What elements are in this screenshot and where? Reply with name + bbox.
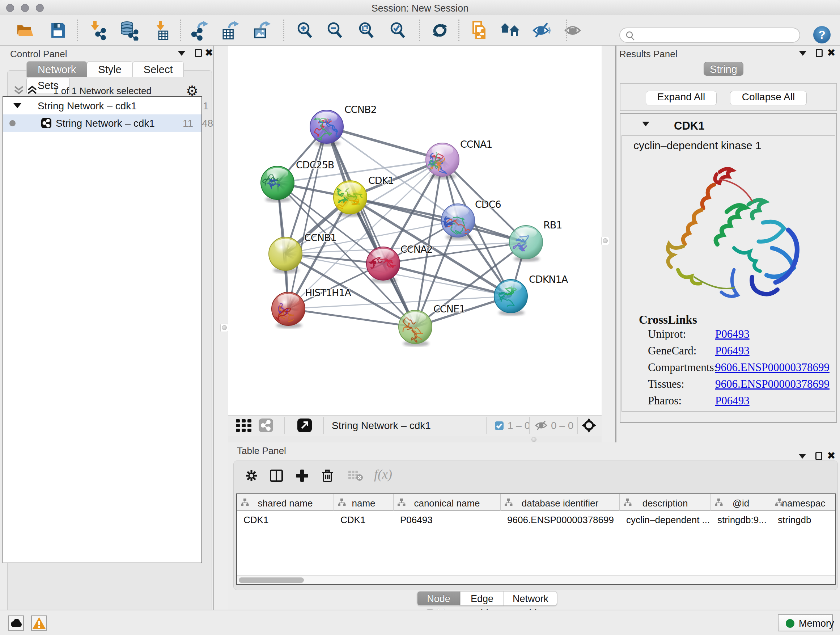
crosslink-link[interactable]: 9606.ENSP00000378699 bbox=[715, 361, 829, 374]
horizontal-splitter[interactable] bbox=[228, 435, 602, 442]
table-tab-network-table[interactable]: Network Table bbox=[504, 591, 557, 606]
show-column-icon[interactable] bbox=[270, 470, 283, 482]
table-scrollbar-thumb[interactable] bbox=[239, 578, 304, 583]
table-cell[interactable]: P06493 bbox=[400, 515, 433, 526]
tree-expand-caret[interactable] bbox=[13, 103, 21, 108]
table-cell[interactable]: 9606.ENSP00000378699 bbox=[507, 515, 614, 526]
zoom-fit-button[interactable] bbox=[356, 20, 377, 41]
results-panel-close-icon[interactable]: ✖ bbox=[827, 48, 835, 58]
refresh-layout-button[interactable] bbox=[430, 20, 450, 41]
gene-collapse-caret[interactable] bbox=[642, 122, 649, 126]
network-node-CDKN1A[interactable] bbox=[494, 279, 527, 316]
table-settings-gear-icon[interactable] bbox=[245, 470, 257, 482]
birds-eye-toggle-icon[interactable] bbox=[582, 418, 596, 432]
control-tab-network[interactable]: Network bbox=[27, 61, 87, 77]
control-tab-style[interactable]: Style bbox=[87, 61, 133, 77]
node-label-CDC25B: CDC25B bbox=[296, 159, 334, 171]
grid-view-icon[interactable] bbox=[236, 419, 253, 432]
table-panel-menu-icon[interactable] bbox=[799, 454, 806, 459]
export-network-button[interactable] bbox=[190, 20, 210, 41]
network-node-CDC25B[interactable] bbox=[261, 166, 294, 203]
table-horizontal-scrollbar[interactable] bbox=[237, 575, 835, 584]
delete-table-icon[interactable] bbox=[348, 470, 363, 481]
selected-checkbox-icon[interactable] bbox=[495, 421, 504, 430]
network-canvas[interactable]: CCNB2CCNA1CDC25BCDK1CDC6RB1CCNB1CCNA2CDK… bbox=[228, 46, 602, 415]
table-cell[interactable]: stringdb:9... bbox=[717, 515, 767, 526]
edge-HIST1H1A-CCNE1[interactable] bbox=[288, 309, 415, 327]
crosslink-link[interactable]: P06493 bbox=[715, 328, 750, 340]
export-table-button[interactable] bbox=[220, 20, 240, 41]
hide-unhide-button[interactable] bbox=[531, 20, 552, 41]
table-cell[interactable]: CDK1 bbox=[340, 515, 365, 526]
network-node-HIST1H1A[interactable] bbox=[272, 292, 305, 328]
network-node-RB1[interactable] bbox=[509, 226, 543, 262]
hidden-eye-icon[interactable] bbox=[535, 420, 548, 431]
table-cell[interactable]: CDK1 bbox=[243, 515, 268, 526]
control-panel-close-icon[interactable]: ✖ bbox=[205, 48, 213, 58]
node-label-CCNE1: CCNE1 bbox=[433, 303, 465, 315]
control-panel-menu-icon[interactable] bbox=[178, 51, 185, 56]
search-input[interactable] bbox=[619, 27, 800, 43]
network-list-item[interactable]: String Network – cdk11 bbox=[3, 97, 202, 114]
column-header-shared-name[interactable]: shared name bbox=[237, 494, 334, 511]
open-file-button[interactable] bbox=[14, 20, 35, 41]
crosslink-label: Pharos: bbox=[648, 394, 682, 407]
zoom-out-button[interactable] bbox=[325, 20, 345, 41]
save-session-button[interactable] bbox=[48, 20, 68, 41]
network-node-CCNA1[interactable] bbox=[426, 143, 459, 179]
open-in-window-icon[interactable] bbox=[297, 418, 312, 432]
gene-section-header[interactable]: CDK1 bbox=[621, 114, 836, 135]
table-tab-edge-table[interactable]: Edge Table bbox=[460, 591, 504, 606]
table-panel-float-icon[interactable] bbox=[815, 452, 822, 460]
results-panel-menu-icon[interactable] bbox=[799, 51, 806, 56]
column-header-name[interactable]: name bbox=[334, 494, 393, 511]
table-panel-close-icon[interactable]: ✖ bbox=[827, 451, 835, 461]
zoom-selected-button[interactable] bbox=[388, 20, 408, 41]
column-header-database-identifier[interactable]: database identifier bbox=[501, 494, 620, 511]
cloud-status-button[interactable] bbox=[8, 616, 24, 631]
warning-status-button[interactable] bbox=[31, 616, 47, 631]
column-header--id[interactable]: @id bbox=[711, 494, 771, 511]
column-header-namespac[interactable]: namespac bbox=[771, 494, 836, 511]
function-builder-icon[interactable]: f(x) bbox=[374, 467, 392, 482]
node-label-CCNA1: CCNA1 bbox=[460, 139, 493, 150]
window-titlebar: Session: New Session bbox=[0, 0, 840, 15]
network-share-icon[interactable] bbox=[259, 418, 273, 432]
delete-column-icon[interactable] bbox=[322, 470, 333, 483]
network-node-CDC6[interactable] bbox=[441, 204, 475, 240]
results-tab-string[interactable]: String bbox=[704, 62, 744, 76]
strip-divider bbox=[284, 417, 285, 434]
table-tab-node-table[interactable]: Node Table bbox=[417, 591, 460, 606]
right-splitter-handle[interactable] bbox=[601, 237, 609, 245]
network-node-CCNA2[interactable] bbox=[366, 247, 400, 283]
horizontal-splitter-handle[interactable] bbox=[531, 437, 537, 442]
home-view-button[interactable] bbox=[500, 20, 520, 41]
control-panel-float-icon[interactable] bbox=[195, 49, 202, 57]
table-cell[interactable]: stringdb bbox=[778, 515, 812, 526]
import-network-button[interactable] bbox=[88, 20, 108, 41]
edge-CCNB2-CCNA1[interactable] bbox=[327, 127, 442, 160]
duplicate-network-button[interactable] bbox=[469, 20, 489, 41]
column-header-description[interactable]: description bbox=[620, 494, 711, 511]
edge-CCNB2-HIST1H1A[interactable] bbox=[288, 127, 327, 309]
crosslink-link[interactable]: 9606.ENSP00000378699 bbox=[715, 378, 829, 391]
strip-divider bbox=[529, 417, 530, 434]
collapse-all-button[interactable]: Collapse All bbox=[730, 91, 807, 105]
import-database-button[interactable] bbox=[119, 20, 139, 41]
zoom-in-button[interactable] bbox=[295, 20, 315, 41]
export-image-button[interactable] bbox=[252, 20, 272, 41]
network-list-item[interactable]: String Network – cdk11148 bbox=[3, 114, 202, 132]
results-panel-float-icon[interactable] bbox=[816, 49, 823, 57]
create-column-icon[interactable] bbox=[296, 470, 308, 482]
network-node-CCNE1[interactable] bbox=[399, 310, 432, 347]
expand-all-button[interactable]: Expand All bbox=[646, 91, 717, 105]
help-button[interactable]: ? bbox=[813, 26, 831, 43]
memory-button[interactable]: Memory bbox=[778, 614, 833, 631]
crosslink-link[interactable]: P06493 bbox=[715, 344, 750, 357]
table-cell[interactable]: cyclin–dependent ... bbox=[626, 515, 710, 526]
crosslink-link[interactable]: P06493 bbox=[715, 394, 750, 407]
control-tab-select[interactable]: Select bbox=[133, 61, 184, 77]
left-splitter-handle[interactable] bbox=[220, 324, 228, 332]
import-table-button[interactable] bbox=[151, 20, 171, 41]
column-header-canonical-name[interactable]: canonical name bbox=[393, 494, 501, 511]
